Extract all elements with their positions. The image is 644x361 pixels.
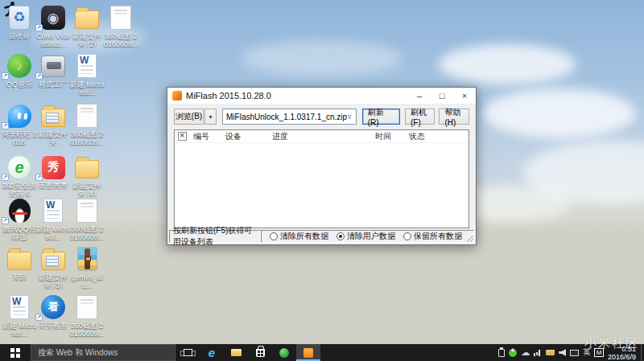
store-button[interactable] <box>248 344 272 361</box>
desktop-icon-label: 格式工厂 <box>35 80 71 88</box>
desktop-icon-screenshot-file-4[interactable]: 360截图 20160609... <box>69 294 105 338</box>
desktop-icon-recycle-bin[interactable]: 回收站 <box>2 5 37 40</box>
cloud-tray-icon[interactable]: ☁ <box>521 347 530 358</box>
cloud <box>242 40 402 76</box>
window-title: MiFlash 2015.10.28.0 <box>186 91 271 101</box>
start-button[interactable] <box>0 344 31 361</box>
device-list[interactable]: 编号设备进度时间状态 <box>174 129 469 228</box>
screenshot-file-4-icon <box>76 295 97 319</box>
miflash-icon <box>303 348 313 358</box>
rom-path-combobox[interactable]: MiFlashUnlock_1.1.0317.1_cn.zip ∨ <box>222 109 357 125</box>
volume-tray-icon[interactable] <box>559 349 566 356</box>
new-folder-4-icon <box>75 160 99 178</box>
miflash-window[interactable]: MiFlash 2015.10.28.0 – □ × 浏览(B) ▾ MiFla… <box>167 87 477 245</box>
radio-icon[interactable] <box>270 232 278 240</box>
browse-button[interactable]: 浏览(B) <box>174 109 204 125</box>
miflash-driver-tray-icon[interactable]: M <box>594 348 604 357</box>
show-desktop-button[interactable] <box>641 344 644 361</box>
browser-360-icon <box>7 155 31 179</box>
device-list-header: 编号设备进度时间状态 <box>175 130 469 143</box>
desktop-icon-label: 美图秀秀 <box>35 182 71 190</box>
close-button[interactable]: × <box>453 88 476 104</box>
column-header[interactable]: 时间 <box>375 131 409 142</box>
edge-icon <box>208 347 215 359</box>
radio-option[interactable]: 清除用户数据 <box>336 231 395 242</box>
desktop-icon-new-folder-4[interactable]: 新建文件夹 (4) <box>69 154 105 198</box>
edge-button[interactable] <box>200 344 224 361</box>
folder-tianji-icon <box>7 252 31 270</box>
screenshot-file-2-icon <box>76 104 97 128</box>
desktop-icon-screenshot-file-2[interactable]: 360截图 20160609... <box>69 103 105 146</box>
desktop-icon-word-doc-3[interactable]: 新建 Microsof... <box>2 294 37 338</box>
desktop-icon-format-factory[interactable]: 格式工厂 <box>35 53 71 88</box>
title-bar[interactable]: MiFlash 2015.10.28.0 – □ × <box>167 88 476 104</box>
browse-dropdown-arrow-icon[interactable]: ▾ <box>204 109 217 125</box>
desktop-icon-qq-music[interactable]: QQ音乐 <box>2 53 37 88</box>
taskbar-clock[interactable]: 0:51 2016/6/9 <box>605 345 641 361</box>
miflash-app-icon <box>172 91 182 101</box>
flash-button[interactable]: 刷机(F) <box>405 109 436 125</box>
checkbox-x-icon[interactable] <box>178 132 187 141</box>
taskbar: ☁英M 0:51 2016/6/9 <box>0 344 644 361</box>
desktop-icon-tiantian-kankan[interactable]: 天天看看 <box>35 294 71 330</box>
miflash-taskbar-button[interactable] <box>296 344 320 361</box>
column-header[interactable]: 状态 <box>409 131 457 142</box>
folder-tray-icon[interactable] <box>546 350 555 355</box>
cloud <box>483 88 636 138</box>
column-header[interactable]: 进度 <box>272 131 375 142</box>
maximize-button[interactable]: □ <box>431 88 453 104</box>
taskbar-apps <box>175 344 320 361</box>
shortcut-arrow-icon <box>2 122 9 129</box>
360-app-button[interactable] <box>272 344 296 361</box>
desktop-icon-meitu-xiuxiu[interactable]: 美图秀秀 <box>35 154 71 190</box>
desktop-icon-label: 天际 <box>2 273 37 281</box>
desktop-icon-folder-tianji[interactable]: 天际 <box>2 246 37 281</box>
system-tray: ☁英M <box>498 344 605 361</box>
desktop-icon-tencent-qq[interactable]: 腾讯QQ轻聊版 <box>2 198 37 241</box>
radio-option[interactable]: 保留所有数据 <box>403 231 462 242</box>
search-input[interactable] <box>31 344 175 361</box>
usb-tray-icon[interactable] <box>498 349 505 357</box>
desktop-icon-label: 360截图 20160609... <box>69 130 105 146</box>
refresh-button[interactable]: 刷新(R) <box>362 109 400 125</box>
shortcut-arrow-icon <box>35 24 43 31</box>
desktop-icon-aliwangwang[interactable]: 阿里旺旺 2016 <box>2 103 37 146</box>
360-tray-icon[interactable] <box>509 349 517 357</box>
desktop-icon-new-folder-1[interactable]: 新建文件夹 <box>35 103 71 146</box>
desktop: 小米社区 回收站Corel VideoStud...新建文件夹 (2)360截图… <box>0 0 644 361</box>
radio-label: 保留所有数据 <box>414 231 462 242</box>
desktop-icon-label: 阿里旺旺 2016 <box>2 130 37 146</box>
minimize-button[interactable]: – <box>408 88 431 104</box>
task-view-button[interactable] <box>175 344 200 361</box>
desktop-icon-new-folder-3[interactable]: 新建文件夹 (3) <box>35 246 71 289</box>
new-folder-2-icon <box>75 10 99 29</box>
desktop-icon-label: 回收站 <box>2 32 37 40</box>
file-explorer-button[interactable] <box>224 344 248 361</box>
radio-option[interactable]: 清除所有数据 <box>270 231 328 242</box>
screenshot-file-1-icon <box>110 6 131 30</box>
desktop-icon-browser-360[interactable]: 360安全浏览器 6 <box>2 154 37 198</box>
radio-label: 清除用户数据 <box>347 231 395 242</box>
status-text: 按刷新按钮(F5)获得可用设备列表 <box>169 230 261 243</box>
column-header[interactable]: 设备 <box>225 131 272 142</box>
desktop-icon-label: gemini_alp... <box>69 273 105 289</box>
network-tray-icon[interactable] <box>534 349 542 356</box>
desktop-icon-word-doc-2[interactable]: 新建 Microsof... <box>35 198 71 241</box>
desktop-icon-screenshot-file-1[interactable]: 360截图 20160609... <box>103 5 138 48</box>
help-button[interactable]: 帮助(H) <box>439 109 469 125</box>
greenapp-icon <box>279 348 289 358</box>
ime-language-indicator[interactable]: 英 <box>583 347 590 358</box>
column-header[interactable]: 编号 <box>193 131 225 142</box>
radio-selected-icon[interactable] <box>336 232 345 240</box>
desktop-icon-new-folder-2[interactable]: 新建文件夹 (2) <box>69 5 105 48</box>
desktop-icon-gemini-rom-archive[interactable]: gemini_alp... <box>69 246 105 289</box>
radio-icon[interactable] <box>403 232 411 240</box>
desktop-icon-screenshot-file-3[interactable]: 360截图 20160609... <box>69 198 105 241</box>
toolbar: 浏览(B) ▾ MiFlashUnlock_1.1.0317.1_cn.zip … <box>174 109 469 125</box>
combo-dropdown-arrow-icon[interactable]: ∨ <box>347 113 353 121</box>
shortcut-arrow-icon <box>2 174 9 181</box>
desktop-icon-word-doc-1[interactable]: 新建 Microsof... <box>69 53 105 96</box>
desktop-icon-corel-videostudio[interactable]: Corel VideoStud... <box>35 5 71 48</box>
shortcut-arrow-icon <box>35 72 43 80</box>
display-tray-icon[interactable] <box>570 350 579 356</box>
